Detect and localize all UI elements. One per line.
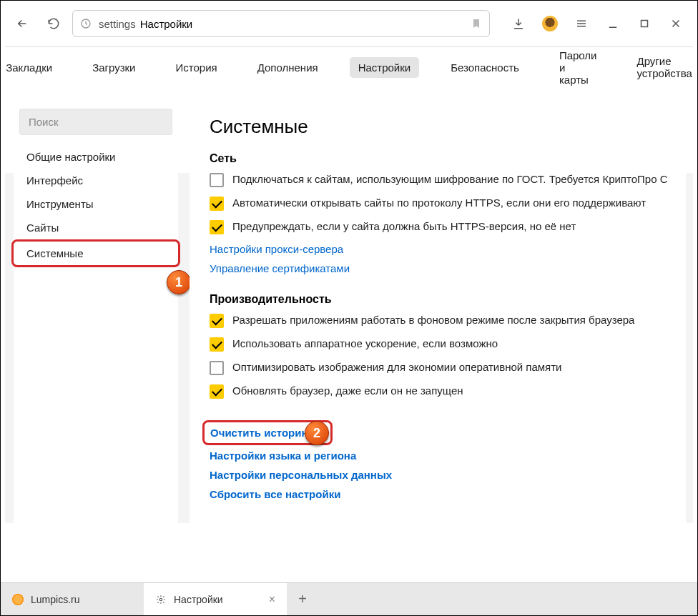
sidebar-item-system[interactable]: Системные [11,239,180,267]
checkbox-row-https-warn[interactable]: Предупреждать, если у сайта должна быть … [210,219,679,234]
address-bar[interactable]: settingsНастройки [72,10,490,37]
browser-tab-settings[interactable]: Настройки × [144,583,287,615]
profile-button[interactable] [537,11,563,36]
checkbox-icon[interactable] [210,337,224,352]
window-maximize-button[interactable] [631,11,657,36]
settings-main-panel: Системные Сеть Подключаться к сайтам, ис… [190,103,686,567]
highlight-clear-history: Очистить историю 2 [202,420,333,445]
checkbox-icon[interactable] [210,361,224,375]
action-links: Очистить историю 2 Настройки языка и рег… [210,420,679,500]
bookmark-icon[interactable] [471,18,482,29]
link-language-region[interactable]: Настройки языка и региона [210,449,679,462]
checkbox-row-gost[interactable]: Подключаться к сайтам, использующим шифр… [210,172,679,187]
tab-label: Настройки [174,594,223,605]
tab-addons[interactable]: Дополнения [249,57,327,78]
page-title: Системные [210,116,679,138]
menu-button[interactable] [569,11,594,36]
sidebar-item-general[interactable]: Общие настройки [14,145,178,169]
link-personal-data[interactable]: Настройки персональных данных [210,469,679,481]
browser-tab-lumpics[interactable]: Lumpics.ru [1,583,144,615]
window-close-button[interactable] [663,11,689,36]
tab-bookmarks[interactable]: Закладки [0,57,61,78]
svg-point-2 [159,598,162,601]
tab-label: Lumpics.ru [31,594,79,605]
tab-settings[interactable]: Настройки [350,57,420,78]
close-tab-icon[interactable]: × [269,593,275,606]
tab-other-devices[interactable]: Другие устройства [629,51,698,84]
checkbox-row-optimize-images[interactable]: Оптимизировать изображения для экономии … [210,360,679,375]
browser-toolbar: settingsНастройки [1,1,697,46]
browser-tab-bar: Lumpics.ru Настройки × + [1,582,697,615]
settings-tabs: Закладки Загрузки История Дополнения Нас… [1,47,697,87]
checkbox-icon[interactable] [210,220,224,234]
link-certificates[interactable]: Управление сертификатами [210,262,679,274]
tab-security[interactable]: Безопасность [442,57,528,78]
sidebar-item-sites[interactable]: Сайты [14,216,178,239]
window-minimize-button[interactable] [600,11,626,36]
reload-button[interactable] [41,11,67,36]
tab-downloads[interactable]: Загрузки [84,57,144,78]
yandex-logo-icon [80,18,92,29]
favicon-icon [12,594,24,605]
annotation-badge-2: 2 [305,421,329,445]
checkbox-icon[interactable] [210,197,224,211]
link-proxy-settings[interactable]: Настройки прокси-сервера [210,243,679,255]
checkbox-icon[interactable] [210,314,224,328]
checkbox-row-hw-accel[interactable]: Использовать аппаратное ускорение, если … [210,337,679,352]
tab-passwords[interactable]: Пароли и карты [551,45,606,90]
tab-history[interactable]: История [167,57,226,78]
section-title-network: Сеть [210,152,679,165]
link-reset-settings[interactable]: Сбросить все настройки [210,488,679,500]
gear-icon [155,594,167,605]
checkbox-row-background-apps[interactable]: Разрешать приложениям работать в фоновом… [210,313,679,328]
address-text: settingsНастройки [99,18,463,30]
downloads-button[interactable] [506,11,531,36]
link-clear-history[interactable]: Очистить историю [210,427,310,439]
sidebar-search-input[interactable]: Поиск [19,109,172,135]
new-tab-button[interactable]: + [287,583,318,615]
back-button[interactable] [9,11,35,36]
sidebar-item-tools[interactable]: Инструменты [14,192,178,216]
annotation-badge-1: 1 [167,270,191,294]
checkbox-icon[interactable] [210,173,224,187]
section-title-performance: Производительность [210,293,679,306]
sidebar-item-interface[interactable]: Интерфейс [14,169,178,192]
settings-sidebar: Поиск Общие настройки Интерфейс Инструме… [14,103,178,567]
svg-rect-1 [642,21,648,27]
checkbox-row-https-auto[interactable]: Автоматически открывать сайты по протоко… [210,196,679,211]
checkbox-row-update-browser[interactable]: Обновлять браузер, даже если он не запущ… [210,384,679,399]
checkbox-icon[interactable] [210,384,224,399]
